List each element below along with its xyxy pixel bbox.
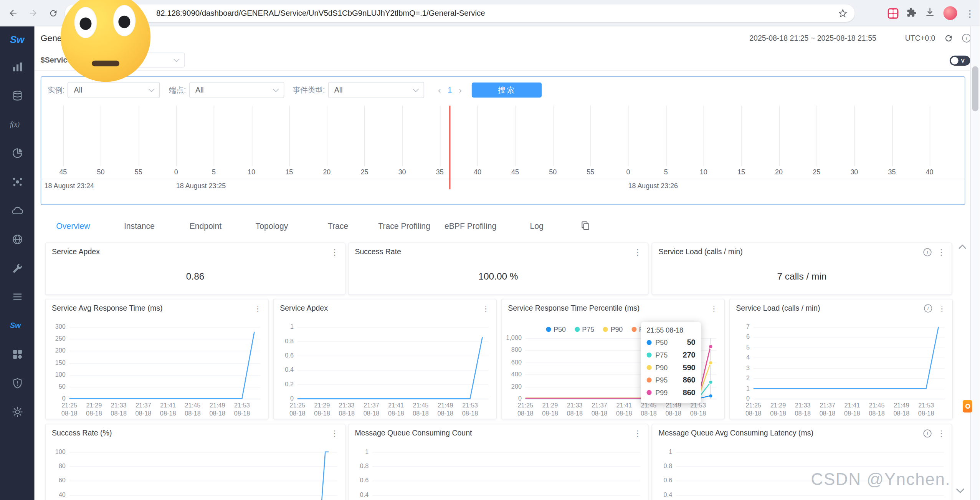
timeline-gridline [515, 106, 516, 166]
emoji-right-eye [113, 5, 136, 36]
refresh-icon[interactable] [944, 33, 953, 43]
database-icon[interactable] [12, 90, 23, 101]
x-axis-label: 21:3708-18 [592, 402, 608, 418]
shield-icon[interactable] [12, 377, 23, 389]
x-axis-label: 21:4108-18 [616, 402, 632, 418]
kebab-menu-icon[interactable]: ⋮ [633, 248, 641, 256]
next-page-icon[interactable]: › [459, 85, 462, 95]
reload-icon[interactable] [45, 5, 61, 21]
gear-icon[interactable] [12, 406, 23, 417]
browser-menu-icon[interactable]: ⋮ [965, 8, 975, 18]
series-end-dot [708, 344, 712, 349]
tab-ebpf-profiling[interactable]: eBPF Profiling [437, 221, 504, 230]
x-axis-label: 21:5308-18 [234, 402, 250, 418]
x-axis-label: 21:3308-18 [339, 402, 355, 418]
kebab-menu-icon[interactable]: ⋮ [938, 304, 946, 312]
legend-dot [546, 327, 551, 332]
legend-item[interactable]: P90 [603, 326, 623, 333]
timeline-tick-label: 35 [888, 168, 896, 176]
x-axis-label: 21:2508-18 [745, 402, 762, 418]
card-header: Service Apdex ⋮ [46, 243, 345, 256]
cloud-icon[interactable] [11, 205, 23, 216]
timezone[interactable]: UTC+0:0 [905, 34, 935, 43]
info-icon[interactable]: i [962, 34, 971, 43]
instance-filter-select[interactable]: All [68, 82, 160, 98]
kebab-menu-icon[interactable]: ⋮ [937, 429, 945, 437]
x-axis-label: 21:4908-18 [666, 402, 682, 418]
collapse-up-icon[interactable] [959, 242, 967, 251]
y-axis-label: 100 [46, 448, 66, 455]
kebab-menu-icon[interactable]: ⋮ [331, 248, 339, 256]
y-axis-label: 40 [46, 491, 66, 498]
cluster-icon[interactable] [12, 176, 23, 187]
globe-icon[interactable] [12, 234, 23, 245]
tab-instance[interactable]: Instance [106, 221, 173, 230]
bookmark-star-icon[interactable] [838, 8, 848, 18]
event-type-filter-select[interactable]: All [328, 82, 425, 98]
time-range[interactable]: 2025-08-18 21:25 ~ 2025-08-18 21:55 [749, 34, 876, 43]
tooltip-series-dot [647, 390, 652, 395]
stage: 82.128:9090/dashboard/GENERAL/Service/Un… [0, 0, 980, 500]
list-icon[interactable] [12, 291, 23, 302]
info-icon[interactable]: i [924, 304, 932, 312]
scrollbar-thumb[interactable] [972, 66, 978, 111]
puzzle-icon[interactable] [907, 7, 917, 19]
profile-avatar[interactable] [944, 6, 957, 20]
x-axis-label: 21:4108-18 [160, 402, 176, 418]
timeline-tick-label: 50 [97, 168, 105, 176]
chart-card-header: Message Queue Avg Consuming Latency (ms)… [652, 424, 952, 437]
download-icon[interactable] [925, 7, 935, 20]
timeline-tick-label: 10 [248, 168, 255, 176]
legend-item[interactable]: P75 [575, 326, 594, 333]
x-axis-label: 21:2508-18 [289, 402, 306, 418]
version-toggle[interactable]: V [950, 56, 970, 66]
page-number[interactable]: 1 [448, 86, 452, 94]
kebab-menu-icon[interactable]: ⋮ [482, 304, 490, 312]
y-axis-label: 300 [46, 323, 66, 330]
info-icon[interactable]: i [924, 429, 932, 437]
function-icon[interactable]: f(x) [9, 119, 25, 130]
tab-log[interactable]: Log [504, 221, 570, 230]
pie-chart-icon[interactable] [12, 147, 23, 159]
grid-icon[interactable] [12, 349, 23, 360]
scrollbar[interactable] [970, 26, 980, 500]
tooltip-series-value: 590 [683, 363, 696, 372]
legend-item[interactable]: P50 [546, 326, 566, 333]
kebab-menu-icon[interactable]: ⋮ [937, 248, 945, 256]
csdn-badge[interactable] [963, 400, 972, 413]
y-axis-label: 0.6 [652, 477, 672, 484]
x-axis-label: 21:2908-18 [770, 402, 786, 418]
endpoint-filter-select[interactable]: All [189, 82, 284, 98]
url-bar[interactable]: 82.128:9090/dashboard/GENERAL/Service/Un… [65, 4, 854, 22]
endpoint-filter-label: 端点: [169, 85, 186, 96]
tab-trace-profiling[interactable]: Trace Profiling [371, 221, 438, 230]
kebab-menu-icon[interactable]: ⋮ [710, 304, 718, 312]
skywalking-icon[interactable]: Sw [9, 320, 25, 331]
tab-endpoint[interactable]: Endpoint [172, 221, 239, 230]
info-icon[interactable]: i [924, 248, 932, 256]
chart-card-header: Success Rate (%)⋮ [46, 424, 345, 437]
tab-trace[interactable]: Trace [305, 221, 371, 230]
copy-dashboard-icon[interactable] [580, 221, 590, 231]
tab-overview[interactable]: Overview [40, 221, 106, 230]
tab-topology[interactable]: Topology [239, 221, 305, 230]
wrench-icon[interactable] [12, 263, 23, 274]
timeline-gridline [251, 106, 252, 166]
kebab-menu-icon[interactable]: ⋮ [254, 304, 262, 312]
tooltip-series-label: P95 [655, 376, 668, 384]
extension-icon[interactable] [888, 8, 899, 18]
chart-plot [69, 452, 337, 500]
forward-icon[interactable] [25, 5, 41, 21]
skywalking-logo[interactable]: Sw [10, 31, 25, 49]
tooltip-series-label: P99 [655, 389, 668, 396]
search-button[interactable]: 搜索 [472, 83, 542, 98]
kebab-menu-icon[interactable]: ⋮ [633, 429, 641, 437]
prev-page-icon[interactable]: ‹ [438, 85, 441, 95]
bar-chart-icon[interactable] [12, 61, 23, 72]
toggle-label: V [961, 58, 965, 64]
back-icon[interactable] [5, 5, 21, 21]
timeline-date-label: 18 August 23:24 [45, 182, 94, 190]
chart-tooltip: 21:55 08-18P5050P75270P90590P95860P99860 [641, 322, 701, 403]
kebab-menu-icon[interactable]: ⋮ [331, 429, 339, 437]
scroll-down-icon[interactable] [956, 486, 965, 495]
